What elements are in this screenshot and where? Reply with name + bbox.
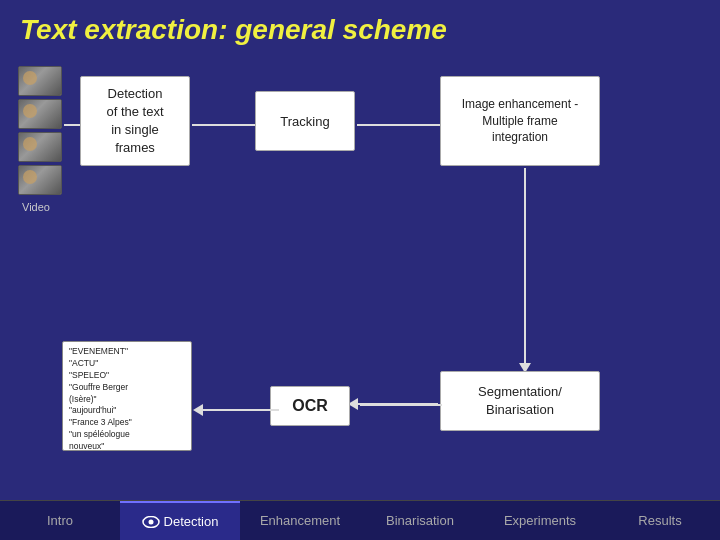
svg-point-1	[148, 519, 153, 524]
nav-intro[interactable]: Intro	[0, 501, 120, 540]
nav-experiments[interactable]: Experiments	[480, 501, 600, 540]
arrow-enhance-down	[519, 168, 531, 373]
arrow-ocr-to-text	[193, 404, 279, 416]
nav-enhancement[interactable]: Enhancement	[240, 501, 360, 540]
text-result-line-9: nouveux"	[69, 441, 185, 453]
text-result-line-4: "Gouffre Berger	[69, 382, 185, 394]
detection-box: Detection of the text in single frames	[80, 76, 190, 166]
text-result-line-6: "aujourd'hui"	[69, 405, 185, 417]
text-result-line-3: "SPELEO"	[69, 370, 185, 382]
text-result-line-7: "France 3 Alpes"	[69, 417, 185, 429]
nav-binarisation[interactable]: Binarisation	[360, 501, 480, 540]
page-title: Text extraction: general scheme	[0, 0, 720, 56]
text-result-line-1: "EVENEMENT"	[69, 346, 185, 358]
image-enhance-box: Image enhancement - Multiple frame integ…	[440, 76, 600, 166]
segmentation-box: Segmentation/ Binarisation	[440, 371, 600, 431]
nav-detection[interactable]: Detection	[120, 501, 240, 540]
video-thumbnails	[18, 66, 62, 195]
text-result-line-2: "ACTU"	[69, 358, 185, 370]
tracking-box: Tracking	[255, 91, 355, 151]
eye-icon	[142, 516, 160, 528]
thumb-2	[18, 99, 62, 129]
nav-results[interactable]: Results	[600, 501, 720, 540]
thumb-3	[18, 132, 62, 162]
thumb-4	[18, 165, 62, 195]
arrow-tracking-to-enhance	[357, 119, 451, 131]
video-label: Video	[22, 201, 50, 213]
thumb-1	[18, 66, 62, 96]
bottom-nav: Intro Detection Enhancement Binarisation…	[0, 500, 720, 540]
text-result-box: "EVENEMENT" "ACTU" "SPELEO" "Gouffre Ber…	[62, 341, 192, 451]
main-content: Video Detection of the text in single fr…	[0, 56, 720, 496]
text-result-line-8: "un spéléologue	[69, 429, 185, 441]
arrow-seg-to-ocr-actual	[348, 398, 438, 410]
ocr-box: OCR	[270, 386, 350, 426]
text-result-line-5: (Isère)"	[69, 394, 185, 406]
